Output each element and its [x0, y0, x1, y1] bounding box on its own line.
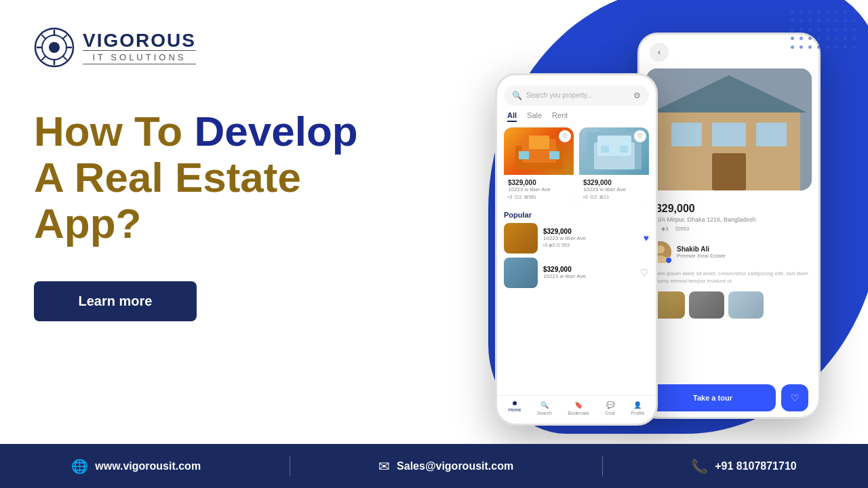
phone2-mockup: ‹	[637, 33, 821, 419]
take-tour-button[interactable]: Take a tour	[650, 384, 776, 411]
nav-bookmark[interactable]: 🔖 Bookmark	[568, 401, 589, 415]
phone2-actions: Take a tour ♡	[639, 379, 818, 417]
listing-card-2[interactable]: $329,000 10223 w liber Ave ▪3⊡2⊠11 ♡	[579, 127, 649, 204]
popular-img-2	[504, 258, 538, 288]
svg-point-2	[49, 42, 60, 53]
thumbnail-2[interactable]	[689, 291, 724, 319]
globe-icon: 🌐	[71, 458, 88, 474]
hero-line1: How To Develop	[34, 108, 414, 155]
popular-img-1	[504, 223, 538, 253]
popular-2-address: 10223 w liber Ave	[543, 273, 635, 279]
popular-title: Popular	[504, 211, 649, 219]
agent-verified-badge	[665, 257, 672, 264]
search-icon: 🔍	[512, 91, 522, 100]
favorite-outline-icon[interactable]: ♡	[640, 267, 649, 278]
phone-icon: 📞	[691, 458, 708, 474]
listing-card-1[interactable]: $329,000 10223 w liber Ave ▪3⊡2⊠981 ♡	[504, 127, 574, 204]
phone1-bottom-nav: Home 🔍 Search 🔖 Bookmark 💬	[497, 395, 656, 424]
listing-2-specs: ▪3⊡2⊠11	[583, 195, 645, 200]
hero-line2: A Real Estate App?	[34, 155, 414, 247]
listing-1-address: 10223 w liber Ave	[508, 186, 570, 192]
phone2-specs: ▪3◈3⊡953	[650, 226, 808, 232]
footer: 🌐 www.vigorousit.com ✉ Sales@vigorousit.…	[0, 444, 868, 488]
logo-text: VIGOROUS IT SOLUTIONS	[83, 31, 196, 64]
nav-home[interactable]: Home	[509, 401, 521, 415]
tab-all[interactable]: All	[507, 111, 517, 122]
svg-rect-12	[620, 146, 628, 152]
popular-1-address: 10223 w liber Ave	[543, 235, 638, 241]
page-wrapper: VIGOROUS IT SOLUTIONS How To Develop A R…	[0, 0, 868, 488]
tab-rent[interactable]: Rent	[552, 111, 568, 122]
favorite-filled-icon[interactable]: ♥	[644, 232, 649, 243]
svg-rect-5	[529, 136, 549, 149]
phone1-tabs: All Sale Rent	[497, 111, 656, 127]
agent-info: Shakib Ali Premier Real Estate	[677, 245, 726, 259]
svg-rect-11	[601, 146, 609, 152]
favorite-icon-2[interactable]: ♡	[634, 130, 646, 142]
hero-develop: Develop	[194, 108, 357, 155]
footer-website-text[interactable]: www.vigorousit.com	[95, 460, 201, 472]
search-placeholder: Search you property...	[526, 92, 629, 99]
svg-rect-16	[671, 123, 702, 146]
company-logo-icon	[34, 27, 75, 68]
phone1-mockup: 🔍 Search you property... ⚙ All Sale Rent	[495, 73, 658, 426]
nav-profile[interactable]: 👤 Profile	[631, 401, 644, 415]
popular-item-1[interactable]: $329,000 10223 w liber Ave ▪3 ◈3 ⊡ 953 ♥	[504, 223, 649, 253]
popular-2-price: $329,000	[543, 266, 635, 273]
listing-2-info: $329,000 10223 w liber Ave ▪3⊡2⊠11	[579, 175, 649, 204]
email-icon: ✉	[378, 458, 390, 474]
thumbnail-3[interactable]	[728, 291, 764, 319]
phone1-search-bar[interactable]: 🔍 Search you property... ⚙	[504, 85, 649, 106]
phone2-thumbnails	[639, 287, 818, 323]
phones-container: 🔍 Search you property... ⚙ All Sale Rent	[495, 33, 821, 426]
svg-rect-6	[519, 151, 529, 159]
agent-row: Shakib Ali Premier Real Estate	[639, 237, 818, 267]
footer-divider-2	[602, 456, 603, 476]
logo-it: IT SOLUTIONS	[83, 50, 196, 64]
phone2-price: $329,000	[650, 203, 808, 215]
popular-section: Popular $329,000 10223 w liber Ave ▪3 ◈3…	[497, 204, 656, 296]
phone2-hero-image	[646, 68, 812, 190]
tab-sale[interactable]: Sale	[527, 111, 542, 122]
main-content: VIGOROUS IT SOLUTIONS How To Develop A R…	[0, 0, 868, 444]
footer-divider-1	[290, 456, 290, 476]
listing-1-info: $329,000 10223 w liber Ave ▪3⊡2⊠981	[504, 175, 574, 204]
listing-2-address: 10223 w liber Ave	[583, 186, 645, 192]
phone1-listings: $329,000 10223 w liber Ave ▪3⊡2⊠981 ♡	[497, 127, 656, 204]
filter-icon: ⚙	[633, 91, 641, 100]
popular-1-price: $329,000	[543, 228, 638, 235]
right-section: 🔍 Search you property... ⚙ All Sale Rent	[448, 0, 868, 444]
nav-chat[interactable]: 💬 Chat	[605, 401, 615, 415]
phone2-description: Lorem ipsum dolor sit amet, consectetur …	[639, 267, 818, 287]
footer-website: 🌐 www.vigorousit.com	[71, 458, 201, 474]
agent-name: Shakib Ali	[677, 245, 726, 253]
logo-area: VIGOROUS IT SOLUTIONS	[34, 27, 414, 68]
footer-email-text[interactable]: Sales@vigorousit.com	[397, 460, 513, 472]
popular-item-2[interactable]: $329,000 10223 w liber Ave ♡	[504, 258, 649, 288]
left-section: VIGOROUS IT SOLUTIONS How To Develop A R…	[0, 0, 448, 444]
phone2-price-section: $329,000 765/A Mirpur, Dhaka 1216, Bangl…	[639, 197, 818, 237]
back-button[interactable]: ‹	[650, 43, 669, 62]
footer-email: ✉ Sales@vigorousit.com	[378, 458, 513, 474]
footer-phone: 📞 +91 8107871710	[691, 458, 797, 474]
hero-text: How To Develop A Real Estate App?	[34, 108, 414, 247]
svg-rect-18	[756, 123, 787, 146]
favorite-icon-1[interactable]: ♡	[559, 130, 571, 142]
footer-phone-text[interactable]: +91 8107871710	[715, 460, 797, 472]
listing-1-specs: ▪3⊡2⊠981	[508, 195, 570, 200]
learn-more-button[interactable]: Learn more	[34, 281, 197, 321]
dots-decoration	[791, 10, 858, 51]
popular-1-specs: ▪3 ◈3 ⊡ 953	[543, 243, 638, 248]
listing-1-price: $329,000	[508, 179, 570, 186]
svg-rect-19	[712, 153, 746, 190]
svg-rect-17	[712, 123, 746, 146]
phone2-address: 765/A Mirpur, Dhaka 1216, Bangladesh	[650, 216, 808, 223]
svg-rect-7	[549, 151, 559, 159]
logo-vigorous: VIGOROUS	[83, 31, 196, 50]
popular-info-2: $329,000 10223 w liber Ave	[543, 266, 635, 279]
popular-info-1: $329,000 10223 w liber Ave ▪3 ◈3 ⊡ 953	[543, 228, 638, 248]
agent-title: Premier Real Estate	[677, 253, 726, 259]
listing-2-price: $329,000	[583, 179, 645, 186]
favorite-button[interactable]: ♡	[781, 384, 808, 411]
nav-search[interactable]: 🔍 Search	[537, 401, 552, 415]
